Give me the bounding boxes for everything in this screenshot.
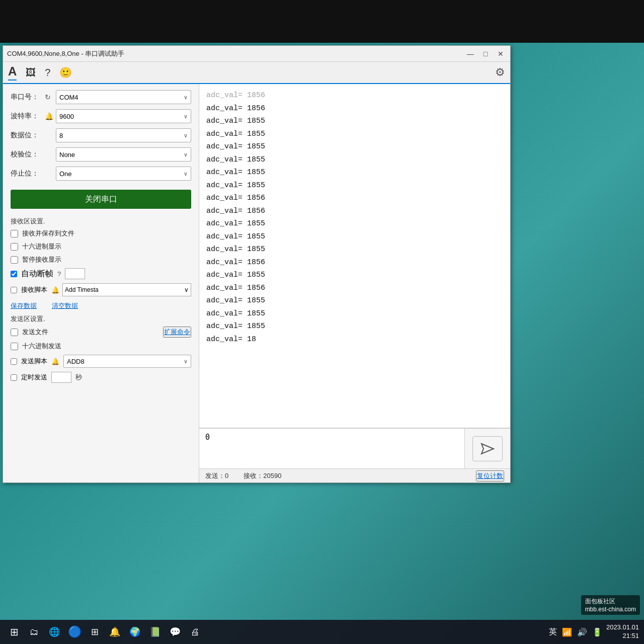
- hex-display-checkbox[interactable]: [11, 243, 18, 251]
- port-select[interactable]: COM4 ∨: [56, 90, 191, 104]
- time-display: 21:51: [606, 632, 639, 640]
- receive-line: adc_val= 1855: [206, 269, 503, 282]
- timer-send-checkbox[interactable]: [11, 374, 17, 381]
- reset-count-button[interactable]: 复位计数: [476, 470, 504, 481]
- receive-line: adc_val= 1855: [206, 140, 503, 153]
- receive-line: adc_val= 18: [206, 333, 503, 346]
- auto-frame-label: 自动断帧: [21, 269, 53, 279]
- emoji-icon[interactable]: 🙂: [59, 66, 72, 78]
- restore-button[interactable]: □: [480, 48, 491, 59]
- auto-frame-row: 自动断帧 ? 20: [11, 268, 191, 279]
- main-window: COM4,9600,None,8,One - 串口调试助手 — □ ✕ A 🖼 …: [3, 45, 511, 483]
- data-bits-select-arrow: ∨: [184, 132, 188, 139]
- baud-icon: 🔔: [45, 112, 56, 120]
- refresh-icon[interactable]: ↻: [45, 93, 56, 101]
- help-icon[interactable]: ?: [45, 67, 50, 78]
- send-count: 0: [225, 472, 228, 479]
- receive-script-checkbox[interactable]: [11, 287, 17, 293]
- send-file-checkbox-row: 发送文件: [11, 328, 48, 337]
- title-bar-controls: — □ ✕: [465, 48, 506, 59]
- data-bits-select[interactable]: 8 ∨: [56, 128, 191, 142]
- tray-icons: 英 📶 🔊 🔋: [549, 627, 602, 637]
- send-input[interactable]: 0: [199, 429, 464, 468]
- receive-line: adc_val= 1855: [206, 307, 503, 320]
- receive-line: adc_val= 1856: [206, 205, 503, 218]
- taskbar-store-icon[interactable]: ⊞: [86, 623, 104, 641]
- save-file-label: 接收并保存到文件: [22, 229, 74, 238]
- window-title: COM4,9600,None,8,One - 串口调试助手: [7, 49, 124, 58]
- send-area: 0: [199, 428, 510, 468]
- minimize-button[interactable]: —: [465, 48, 476, 59]
- system-tray: 英 📶 🔊 🔋 2023.01.01 21:51: [549, 623, 639, 640]
- extend-cmd-button[interactable]: 扩展命令: [163, 327, 191, 338]
- watermark-url: mbb.est-china.com: [585, 606, 636, 613]
- taskbar-files-icon[interactable]: 🗂: [25, 623, 43, 641]
- receive-script-label: 接收脚本: [21, 285, 47, 294]
- parity-select[interactable]: None ∨: [56, 147, 191, 162]
- taskbar-chat-icon[interactable]: 💬: [166, 623, 184, 641]
- port-row: 串口号： ↻ COM4 ∨: [11, 90, 191, 104]
- font-icon[interactable]: A: [8, 64, 17, 80]
- send-settings-title: 发送区设置.: [11, 314, 191, 324]
- start-button[interactable]: ⊞: [5, 623, 23, 641]
- hex-display-row: 十六进制显示: [11, 242, 191, 251]
- clear-data-button[interactable]: 清空数据: [52, 301, 78, 310]
- receive-count: 20590: [263, 472, 281, 479]
- taskbar-browser-icon[interactable]: 🌐: [45, 623, 63, 641]
- baud-select[interactable]: 9600 ∨: [56, 109, 191, 123]
- stop-bits-label: 停止位：: [11, 169, 45, 178]
- timestamp-select[interactable]: Add Timesta ∨: [62, 283, 191, 296]
- save-data-button[interactable]: 保存数据: [11, 301, 37, 310]
- watermark: 面包板社区 mbb.est-china.com: [581, 595, 640, 615]
- stop-bits-select[interactable]: One ∨: [56, 167, 191, 181]
- port-select-arrow: ∨: [184, 94, 188, 101]
- parity-select-arrow: ∨: [184, 151, 188, 158]
- tray-lang[interactable]: 英: [549, 627, 557, 637]
- datetime[interactable]: 2023.01.01 21:51: [606, 623, 639, 640]
- send-script-icon: 🔔: [51, 358, 59, 365]
- hex-send-checkbox[interactable]: [11, 343, 18, 350]
- taskbar-globe-icon[interactable]: 🌍: [126, 623, 144, 641]
- taskbar-edge-icon[interactable]: 🔵: [65, 623, 84, 641]
- tray-sound-icon[interactable]: 🔊: [577, 627, 587, 637]
- auto-frame-help-icon[interactable]: ?: [57, 270, 61, 278]
- timer-input[interactable]: 1.0: [51, 372, 71, 383]
- tray-wifi-icon[interactable]: 📶: [562, 627, 572, 637]
- top-bar: [0, 0, 644, 43]
- stop-bits-select-arrow: ∨: [184, 171, 188, 177]
- save-file-checkbox[interactable]: [11, 230, 18, 237]
- data-buttons: 保存数据 清空数据: [11, 301, 191, 310]
- receive-area[interactable]: adc_val= 1856adc_val= 1856adc_val= 1855a…: [199, 84, 510, 428]
- send-script-checkbox[interactable]: [11, 358, 17, 365]
- image-icon[interactable]: 🖼: [26, 67, 36, 78]
- send-file-checkbox[interactable]: [11, 329, 18, 336]
- pause-display-checkbox[interactable]: [11, 256, 18, 264]
- taskbar: ⊞ 🗂 🌐 🔵 ⊞ 🔔 🌍 📗 💬 🖨 英 📶 🔊 🔋 2023.01.01 2…: [0, 620, 644, 644]
- parity-row: 校验位： None ∨: [11, 147, 191, 162]
- receive-line: adc_val= 1855: [206, 294, 503, 307]
- receive-line: adc_val= 1855: [206, 217, 503, 230]
- auto-frame-input[interactable]: 20: [65, 268, 85, 279]
- auto-frame-checkbox[interactable]: [11, 271, 17, 277]
- close-port-button[interactable]: 关闭串口: [11, 190, 191, 209]
- status-bar: 发送：0 接收：20590 复位计数: [199, 468, 510, 482]
- taskbar-print-icon[interactable]: 🖨: [186, 623, 204, 641]
- receive-line: adc_val= 1856: [206, 192, 503, 205]
- receive-script-row: 接收脚本 🔔 Add Timesta ∨: [11, 283, 191, 296]
- taskbar-notification-icon[interactable]: 🔔: [106, 623, 124, 641]
- baud-select-arrow: ∨: [184, 113, 188, 120]
- send-script-select[interactable]: ADD8 ∨: [63, 355, 191, 368]
- receive-line: adc_val= 1855: [206, 153, 503, 167]
- receive-script-icon: 🔔: [51, 286, 59, 294]
- watermark-text: 面包板社区: [585, 597, 636, 606]
- taskbar-doc-icon[interactable]: 📗: [146, 623, 164, 641]
- right-panel: adc_val= 1856adc_val= 1856adc_val= 1855a…: [199, 84, 510, 482]
- close-button[interactable]: ✕: [495, 48, 506, 59]
- send-script-label: 发送脚本: [21, 357, 47, 366]
- send-button[interactable]: [472, 436, 503, 461]
- tray-battery-icon[interactable]: 🔋: [592, 627, 602, 637]
- gear-icon[interactable]: ⚙: [495, 66, 505, 79]
- title-bar: COM4,9600,None,8,One - 串口调试助手 — □ ✕: [3, 46, 510, 62]
- baud-label: 波特率：: [11, 112, 45, 121]
- pause-display-label: 暂停接收显示: [22, 255, 61, 264]
